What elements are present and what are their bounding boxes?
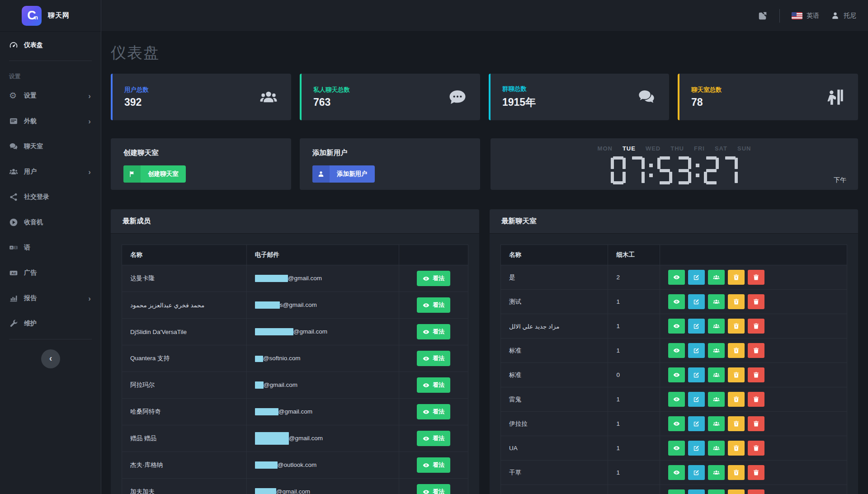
edit-room-button[interactable] <box>688 270 705 285</box>
room-members-button[interactable] <box>708 343 725 358</box>
room-members-button[interactable] <box>708 319 725 334</box>
member-email: s@gmail.com <box>246 292 399 319</box>
edit-room-button[interactable] <box>688 343 705 358</box>
latest-members-title: 最新成员 <box>111 209 479 234</box>
edit-room-button[interactable] <box>688 392 705 407</box>
sidebar-item-2[interactable]: ⚙设置› <box>0 83 101 108</box>
restore-room-button[interactable] <box>728 343 745 358</box>
email-redaction <box>255 275 288 282</box>
view-member-button[interactable]: 看法 <box>417 297 450 313</box>
edit-room-button[interactable] <box>688 294 705 309</box>
room-members-button[interactable] <box>708 270 725 285</box>
delete-room-button[interactable] <box>748 392 764 407</box>
stats-row: 用户总数392私人聊天总数763群聊总数1915年聊天室总数78 <box>111 74 858 120</box>
delete-room-button[interactable] <box>748 489 764 494</box>
trash-restore-icon <box>733 469 740 476</box>
restore-room-button[interactable] <box>728 367 745 382</box>
sidebar-item-label: 维护 <box>24 320 37 328</box>
delete-room-button[interactable] <box>748 343 764 358</box>
sidebar-item-1[interactable]: 仪表盘 <box>0 33 101 58</box>
view-member-button[interactable]: 看法 <box>417 351 450 366</box>
room-name: 干草 <box>501 461 608 485</box>
restore-room-button[interactable] <box>728 294 745 309</box>
view-member-button[interactable]: 看法 <box>417 271 450 286</box>
view-room-button[interactable] <box>668 441 685 456</box>
delete-room-button[interactable] <box>748 416 764 431</box>
sidebar-item-4[interactable]: 聊天室 <box>0 134 101 159</box>
user-icon <box>312 165 330 183</box>
view-member-button[interactable]: 看法 <box>417 377 450 393</box>
latest-members-card: 最新成员 名称电子邮件 达曼卡隆@gmail.com看法محمد فخري عب… <box>111 209 479 494</box>
view-member-button[interactable]: 看法 <box>417 324 450 339</box>
edit-room-button[interactable] <box>688 441 705 456</box>
delete-room-button[interactable] <box>748 465 764 480</box>
restore-room-button[interactable] <box>728 392 745 407</box>
app-name: 聊天网 <box>48 11 70 20</box>
room-members-button[interactable] <box>708 392 725 407</box>
edit-room-button[interactable] <box>688 489 705 494</box>
restore-room-button[interactable] <box>728 416 745 431</box>
restore-room-button[interactable] <box>728 489 745 494</box>
member-name: 加夫加夫 <box>122 479 247 494</box>
view-member-button[interactable]: 看法 <box>417 457 450 473</box>
sidebar-item-3[interactable]: 外貌› <box>0 108 101 134</box>
view-member-button[interactable]: 看法 <box>417 484 450 494</box>
room-members-button[interactable] <box>708 367 725 382</box>
email-domain: @outlook.com <box>278 461 317 468</box>
edit-room-button[interactable] <box>688 319 705 334</box>
edit-room-button[interactable] <box>688 367 705 382</box>
restore-room-button[interactable] <box>728 441 745 456</box>
create-room-button[interactable]: 创建聊天室 <box>123 165 186 183</box>
sidebar-item-10[interactable]: 报告› <box>0 286 101 311</box>
view-room-button[interactable] <box>668 319 685 334</box>
clock-day-sun: SUN <box>737 145 751 152</box>
user-menu[interactable]: 托尼 <box>831 11 856 20</box>
view-member-button[interactable]: 看法 <box>417 431 450 446</box>
sidebar-item-label: 语 <box>24 244 30 252</box>
svg-text:文: 文 <box>14 246 17 249</box>
sidebar-collapse-button[interactable]: ‹ <box>41 349 60 368</box>
view-room-button[interactable] <box>668 392 685 407</box>
room-members-button[interactable] <box>708 441 725 456</box>
edit-icon <box>693 445 700 452</box>
room-members-button[interactable] <box>708 416 725 431</box>
view-room-button[interactable] <box>668 270 685 285</box>
delete-room-button[interactable] <box>748 294 764 309</box>
edit-room-button[interactable] <box>688 465 705 480</box>
eye-icon <box>673 372 680 378</box>
sidebar-item-5[interactable]: 用户› <box>0 159 101 184</box>
view-room-button[interactable] <box>668 367 685 382</box>
add-user-button[interactable]: 添加新用户 <box>312 165 375 183</box>
delete-room-button[interactable] <box>748 270 764 285</box>
email-redaction <box>255 301 280 309</box>
view-room-button[interactable] <box>668 489 685 494</box>
room-members-button[interactable] <box>708 465 725 480</box>
delete-room-button[interactable] <box>748 441 764 456</box>
brand[interactable]: C n 聊天网 <box>0 0 101 32</box>
edit-icon <box>693 298 700 305</box>
view-member-button[interactable]: 看法 <box>417 404 450 419</box>
stat-value: 1915年 <box>502 95 536 109</box>
sidebar-item-11[interactable]: 维护 <box>0 311 101 336</box>
restore-room-button[interactable] <box>728 319 745 334</box>
room-members-button[interactable] <box>708 294 725 309</box>
rooms-col-header: 细木工 <box>608 245 660 265</box>
delete-room-button[interactable] <box>748 367 764 382</box>
language-switcher[interactable]: 英语 <box>792 12 819 20</box>
external-link-icon[interactable] <box>758 11 768 21</box>
restore-room-button[interactable] <box>728 465 745 480</box>
sidebar-item-9[interactable]: Ad广告 <box>0 260 101 286</box>
room-members-button[interactable] <box>708 489 725 494</box>
view-room-button[interactable] <box>668 294 685 309</box>
view-room-button[interactable] <box>668 465 685 480</box>
sidebar-item-7[interactable]: 收音机 <box>0 210 101 235</box>
room-name: 雷鬼 <box>501 387 608 412</box>
sidebar-item-6[interactable]: 社交登录 <box>0 184 101 210</box>
view-room-button[interactable] <box>668 343 685 358</box>
chevron-right-icon: › <box>88 295 91 302</box>
sidebar-item-8[interactable]: A文语 <box>0 235 101 260</box>
restore-room-button[interactable] <box>728 270 745 285</box>
edit-room-button[interactable] <box>688 416 705 431</box>
delete-room-button[interactable] <box>748 319 764 334</box>
view-room-button[interactable] <box>668 416 685 431</box>
